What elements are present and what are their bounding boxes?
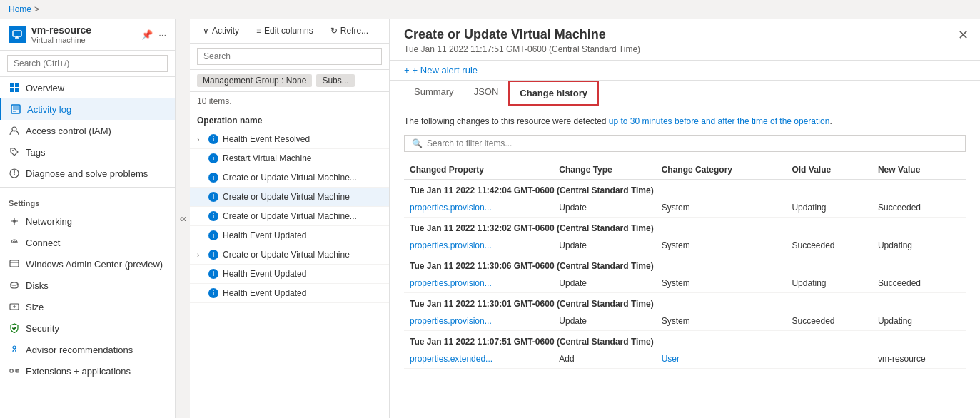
table-header-row: Changed Property Change Type Change Cate… <box>404 160 966 180</box>
sidebar-label-access-control: Access control (IAM) <box>26 126 111 136</box>
detail-tabs: Summary JSON Change history <box>390 81 980 106</box>
breadcrumb: Home > <box>0 0 980 19</box>
access-control-icon <box>9 125 20 136</box>
sidebar-item-extensions[interactable]: Extensions + applications <box>0 360 175 382</box>
size-icon <box>9 301 20 312</box>
info-icon: i <box>208 173 218 183</box>
operation-item-7[interactable]: › i Create or Update Virtual Machine <box>190 245 389 265</box>
resource-name: vm-resource <box>31 24 91 36</box>
search-icon: 🔍 <box>412 138 423 148</box>
sidebar-item-connect[interactable]: Connect <box>0 232 175 253</box>
sidebar-title-block: vm-resource Virtual machine <box>31 24 91 44</box>
windows-admin-icon <box>9 258 20 270</box>
new-value: Succeeded <box>872 198 966 218</box>
detail-header: Create or Update Virtual Machine Tue Jan… <box>390 19 980 61</box>
sidebar-item-overview[interactable]: Overview <box>0 77 175 98</box>
change-type: Update <box>553 274 655 293</box>
tab-change-history[interactable]: Change history <box>508 81 599 106</box>
extensions-icon <box>9 365 20 377</box>
svg-rect-15 <box>10 369 13 372</box>
operation-header: Operation name <box>190 111 389 130</box>
advisor-icon <box>9 344 20 355</box>
sidebar-label-overview: Overview <box>26 83 64 93</box>
new-value: Updating <box>872 236 966 255</box>
filter-tag-management-group[interactable]: Management Group : None <box>197 74 312 87</box>
table-row: properties.provision... Update System Up… <box>404 274 966 293</box>
expand-icon: › <box>197 136 204 143</box>
group-row-4: Tue Jan 11 2022 11:30:01 GMT-0600 (Centr… <box>404 293 966 312</box>
old-value: Updating <box>786 198 872 218</box>
sidebar-item-networking[interactable]: Networking <box>0 210 175 232</box>
operation-item-5[interactable]: › i Create or Update Virtual Machine... <box>190 207 389 226</box>
tab-summary[interactable]: Summary <box>404 81 464 106</box>
op-name: Create or Update Virtual Machine... <box>223 173 357 183</box>
sidebar-item-disks[interactable]: Disks <box>0 275 175 296</box>
change-search-input[interactable] <box>427 138 958 148</box>
activity-dropdown-button[interactable]: ∨ Activity <box>197 23 245 39</box>
pin-icon[interactable]: 📌 <box>141 29 153 40</box>
refresh-button[interactable]: ↻ Refre... <box>325 23 374 39</box>
operation-item-4[interactable]: › i Create or Update Virtual Machine <box>190 188 389 207</box>
sidebar-item-size[interactable]: Size <box>0 296 175 317</box>
filter-bar: Management Group : None Subs... <box>190 70 389 92</box>
sidebar-label-windows-admin: Windows Admin Center (preview) <box>26 259 163 270</box>
sidebar-nav: Overview Activity log Access control (IA… <box>0 77 175 418</box>
property-link[interactable]: properties.provision... <box>410 278 492 288</box>
sidebar-collapse-button[interactable]: ‹‹ <box>176 19 190 418</box>
operations-list: › i Health Event Resolved › i Restart Vi… <box>190 130 389 418</box>
property-link[interactable]: properties.provision... <box>410 316 492 326</box>
more-icon[interactable]: ··· <box>158 29 166 40</box>
col-changed-property: Changed Property <box>404 160 553 180</box>
op-name: Restart Virtual Machine <box>223 153 312 163</box>
property-link[interactable]: properties.provision... <box>410 203 492 213</box>
new-value: Updating <box>872 312 966 331</box>
sidebar-item-activity-log[interactable]: Activity log <box>0 98 175 120</box>
sidebar-label-activity-log: Activity log <box>27 104 71 115</box>
change-category: User <box>656 350 787 369</box>
operation-item-1[interactable]: › i Health Event Resolved <box>190 130 389 149</box>
overview-icon <box>9 82 20 93</box>
sidebar-item-advisor[interactable]: Advisor recommendations <box>0 339 175 360</box>
new-alert-rule-button[interactable]: + + New alert rule <box>404 65 966 76</box>
middle-toolbar: ∨ Activity ≡ Edit columns ↻ Refre... <box>190 19 389 44</box>
operation-item-9[interactable]: › i Health Event Updated <box>190 284 389 303</box>
change-desc-link[interactable]: up to 30 minutes before and after the ti… <box>609 116 830 126</box>
property-link[interactable]: properties.provision... <box>410 240 492 250</box>
change-type: Update <box>553 312 655 331</box>
property-link[interactable]: properties.extended... <box>410 354 492 364</box>
plus-icon: + <box>404 65 410 76</box>
sidebar-item-tags[interactable]: Tags <box>0 141 175 163</box>
sidebar-item-access-control[interactable]: Access control (IAM) <box>0 120 175 141</box>
close-button[interactable]: ✕ <box>958 27 969 43</box>
middle-search-container <box>190 44 389 70</box>
filter-tag-subscription[interactable]: Subs... <box>316 74 354 87</box>
col-change-type: Change Type <box>553 160 655 180</box>
info-icon: i <box>208 250 218 260</box>
sidebar-item-windows-admin[interactable]: Windows Admin Center (preview) <box>0 253 175 275</box>
breadcrumb-home[interactable]: Home <box>9 4 31 14</box>
svg-point-12 <box>11 282 18 285</box>
disks-icon <box>9 280 20 291</box>
diagnose-icon <box>9 168 20 179</box>
operation-item-6[interactable]: › i Health Event Updated <box>190 226 389 245</box>
sidebar-search-container <box>0 51 175 77</box>
operation-item-3[interactable]: › i Create or Update Virtual Machine... <box>190 168 389 188</box>
sidebar-label-disks: Disks <box>26 280 49 291</box>
operation-item-8[interactable]: › i Health Event Updated <box>190 265 389 284</box>
operation-item-2[interactable]: › i Restart Virtual Machine <box>190 149 389 168</box>
table-row: properties.extended... Add User vm-resou… <box>404 350 966 369</box>
info-icon: i <box>208 230 218 240</box>
table-row: properties.provision... Update System Su… <box>404 312 966 331</box>
tab-json[interactable]: JSON <box>464 81 509 106</box>
sidebar-search-input[interactable] <box>7 55 168 72</box>
refresh-icon: ↻ <box>330 26 338 36</box>
op-name: Create or Update Virtual Machine <box>223 250 350 260</box>
col-old-value: Old Value <box>786 160 872 180</box>
sidebar-item-security[interactable]: Security <box>0 317 175 339</box>
sidebar-label-tags: Tags <box>26 147 45 158</box>
sidebar-item-diagnose[interactable]: Diagnose and solve problems <box>0 163 175 184</box>
middle-search-input[interactable] <box>197 48 382 65</box>
detail-timestamp: Tue Jan 11 2022 11:17:51 GMT-0600 (Centr… <box>404 44 966 54</box>
svg-rect-3 <box>10 88 14 92</box>
edit-columns-button[interactable]: ≡ Edit columns <box>251 23 319 39</box>
